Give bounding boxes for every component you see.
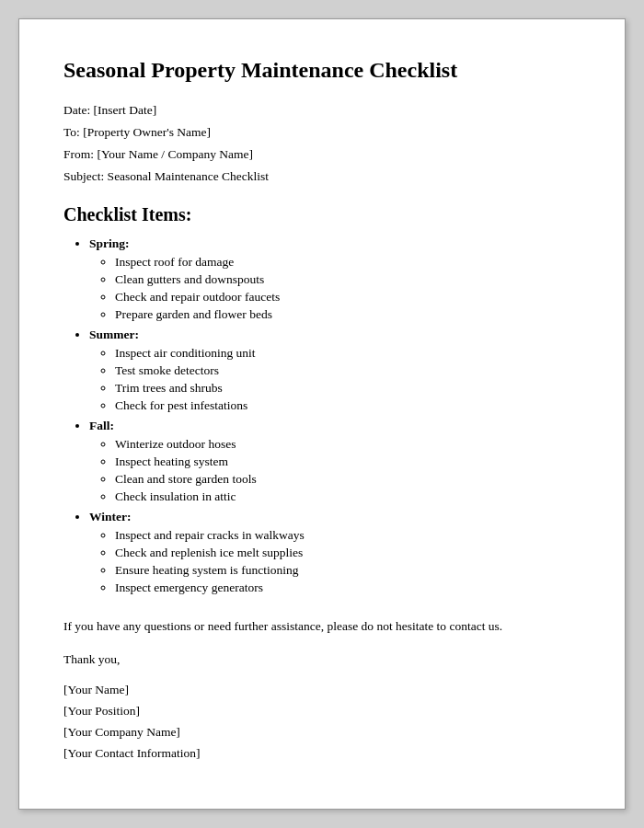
list-item: Inspect emergency generators (115, 581, 581, 595)
list-item: Check for pest infestations (115, 398, 581, 413)
season-summer: Summer: (89, 328, 139, 341)
winter-items: Inspect and repair cracks in walkways Ch… (115, 528, 581, 595)
list-item: Inspect heating system (115, 454, 581, 469)
date-field: Date: [Insert Date] (63, 103, 581, 118)
checklist-heading: Checklist Items: (63, 204, 581, 225)
thank-you-text: Thank you, (63, 652, 581, 667)
season-spring: Spring: (89, 236, 130, 250)
subject-field: Subject: Seasonal Maintenance Checklist (63, 169, 581, 184)
signature-block: [Your Name] [Your Position] [Your Compan… (63, 680, 581, 765)
list-item: Winter: Inspect and repair cracks in wal… (89, 510, 581, 595)
list-item: Winterize outdoor hoses (115, 437, 581, 452)
list-item: Trim trees and shrubs (115, 381, 581, 396)
list-item: Ensure heating system is functioning (115, 563, 581, 578)
checklist-outer-list: Spring: Inspect roof for damage Clean gu… (89, 236, 581, 595)
list-item: Inspect air conditioning unit (115, 346, 581, 361)
signature-contact: [Your Contact Information] (63, 743, 581, 765)
spring-items: Inspect roof for damage Clean gutters an… (115, 255, 581, 322)
list-item: Check and repair outdoor faucets (115, 290, 581, 305)
list-item: Spring: Inspect roof for damage Clean gu… (89, 236, 581, 322)
to-field: To: [Property Owner's Name] (63, 125, 581, 140)
fall-items: Winterize outdoor hoses Inspect heating … (115, 437, 581, 504)
footer-note: If you have any questions or need furthe… (63, 617, 581, 636)
list-item: Prepare garden and flower beds (115, 307, 581, 322)
signature-position: [Your Position] (63, 701, 581, 722)
list-item: Summer: Inspect air conditioning unit Te… (89, 328, 581, 413)
list-item: Fall: Winterize outdoor hoses Inspect he… (89, 419, 581, 504)
document-container: Seasonal Property Maintenance Checklist … (18, 18, 626, 810)
season-winter: Winter: (89, 510, 132, 523)
from-field: From: [Your Name / Company Name] (63, 147, 581, 162)
list-item: Test smoke detectors (115, 363, 581, 378)
signature-name: [Your Name] (63, 680, 581, 701)
document-title: Seasonal Property Maintenance Checklist (63, 56, 581, 85)
list-item: Clean gutters and downspouts (115, 272, 581, 287)
signature-company: [Your Company Name] (63, 722, 581, 743)
list-item: Clean and store garden tools (115, 472, 581, 487)
summer-items: Inspect air conditioning unit Test smoke… (115, 346, 581, 413)
list-item: Check and replenish ice melt supplies (115, 546, 581, 560)
season-fall: Fall: (89, 419, 114, 432)
list-item: Inspect and repair cracks in walkways (115, 528, 581, 543)
list-item: Inspect roof for damage (115, 255, 581, 270)
list-item: Check insulation in attic (115, 489, 581, 504)
